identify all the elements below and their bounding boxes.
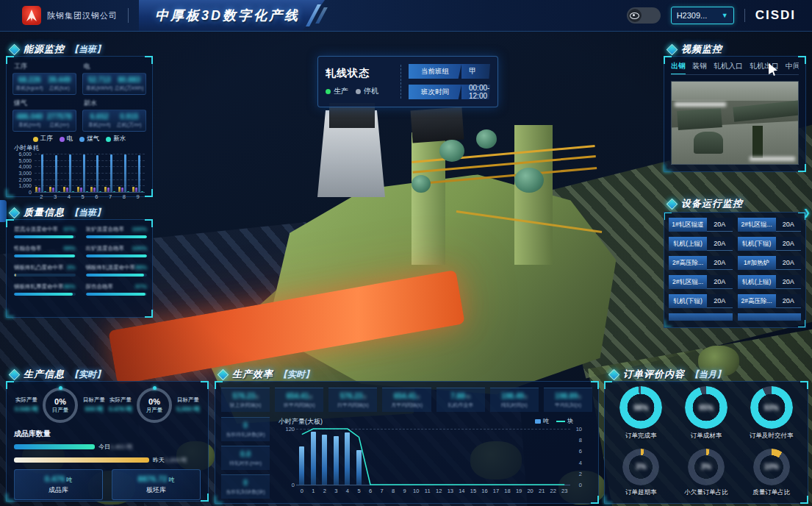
equipment-cell: 轧机(上辊)20A: [669, 237, 733, 251]
diamond-icon: [9, 207, 21, 218]
stat-box: 7.88%轧机作业率: [436, 388, 485, 412]
quality-item: 钢板终轧凸度命中率3%: [14, 264, 76, 277]
equipment-cell: 2#高压除...20A: [669, 256, 733, 270]
toggle-knob[interactable]: [628, 9, 642, 22]
inventory-bar-yesterday: 昨天1,203 吨: [14, 456, 201, 464]
stat-box: 0当班轧制块数(块): [221, 474, 270, 499]
legend-item: 新水: [106, 135, 126, 143]
video-panel: 出钢 装钢 轧机入口 轧机出口 中间冷 电加热: [664, 56, 806, 172]
efficiency-stats-row: 576.23s较上块间隔(s) 654.41s班平均间隔(s) 576.23s日…: [221, 388, 592, 412]
legend-item: 煤气: [79, 135, 99, 143]
equipment-button[interactable]: 1#轧区辊道: [669, 218, 707, 232]
equipment-button[interactable]: 轧机(下辊): [738, 237, 776, 251]
equipment-cell: 2#轧区辊...20A: [669, 275, 733, 289]
energy-hourly-chart: 6,0005,0004,0003,0002,0001,0000 23456789: [12, 154, 146, 202]
top-header: 陕钢集团汉钢公司 中厚板3D数字化产线 H2309... ▼ CISDI: [0, 0, 812, 32]
visibility-toggle[interactable]: [627, 7, 661, 24]
diamond-icon: [218, 368, 229, 380]
stat-box: 654.41s月平均间隔(s): [382, 388, 431, 412]
video-machinery: [694, 132, 723, 154]
legend-dot: [106, 137, 111, 142]
equipment-button[interactable]: 2#高压除...: [738, 294, 776, 308]
production-panel-title: 生产信息 【实时】: [10, 368, 105, 381]
status-divider: [400, 65, 401, 99]
energy-chart-plot: 23456789: [35, 154, 145, 193]
video-machinery: [677, 108, 722, 130]
video-osd-label: [750, 157, 795, 161]
equipment-current-value: 20A: [776, 256, 802, 270]
equipment-partial-row: [669, 313, 733, 321]
stat-box: 654.41s班平均间隔(s): [275, 388, 323, 412]
energy-panel-title: 能源监控 【当班】: [10, 43, 105, 56]
legend-bar-swatch: [535, 419, 541, 424]
legend-item: 吨: [535, 417, 549, 425]
status-stopped: 停机: [356, 86, 378, 96]
legend-dot: [60, 137, 65, 142]
diamond-icon: [667, 198, 678, 210]
header-divider: [128, 8, 129, 23]
finished-goods-store[interactable]: 0.476吨 成品库: [14, 469, 103, 500]
equipment-current-value: 20A: [707, 294, 733, 308]
tab-camera-tapping[interactable]: 出钢: [671, 61, 686, 71]
inventory-label: 成品库数量: [14, 429, 201, 439]
video-panel-title: 视频监控: [668, 43, 722, 56]
equipment-current-value: 20A: [776, 294, 802, 308]
flame-icon: [26, 10, 37, 21]
energy-chart-legend: 工序 电 煤气 新水: [12, 135, 146, 143]
efficiency-panel-title: 生产效率 【实时】: [219, 368, 314, 381]
status-dot: [356, 89, 361, 94]
efficiency-panel: 576.23s较上块间隔(s) 654.41s班平均间隔(s) 576.23s日…: [215, 381, 599, 504]
slab-store[interactable]: 8876.72吨 板坯库: [112, 469, 201, 500]
video-roof-area: [672, 82, 798, 101]
quality-item: 钢板终轧温度命中率95%: [86, 264, 148, 277]
panel-expander-icon[interactable]: ❯: [803, 207, 811, 218]
equipment-button[interactable]: 轧机(下辊): [669, 294, 707, 308]
equipment-button[interactable]: 轧机(上辊): [669, 237, 707, 251]
energy-group: 工序 68.226单耗(kgce/t) 39.449总耗(tce): [12, 61, 76, 95]
equipment-cell: 轧机(上辊)20A: [738, 275, 802, 289]
tab-camera-intermediate-cooling[interactable]: 中间冷: [786, 61, 799, 71]
equipment-button[interactable]: 2#轧区辊...: [669, 275, 707, 289]
donut-quality-orders: 10% 质量订单占比: [741, 449, 802, 499]
cctv-video-feed[interactable]: [671, 81, 799, 165]
tab-camera-mill-entry[interactable]: 轧机入口: [714, 61, 743, 71]
production-panel: 实际产量0.045 吨 0%日产量 目标产量500 吨 实际产量0.476 吨 …: [6, 381, 209, 502]
equipment-button[interactable]: 轧机(上辊): [738, 275, 776, 289]
shift-team-row: 当前班组 甲: [409, 64, 490, 79]
energy-chart-y-axis: 6,0005,0004,0003,0002,0001,0000: [12, 154, 33, 192]
efficiency-side-stats: 0当班待轧块数(块) 0.0待轧时长(min) 0当班轧制块数(块): [221, 417, 270, 499]
diamond-icon: [9, 43, 21, 55]
dashboard-root: 陕钢集团汉钢公司 中厚板3D数字化产线 H2309... ▼ CISDI 能源监…: [0, 0, 812, 506]
camera-select-value: H2309...: [677, 11, 708, 20]
diamond-icon: [608, 368, 620, 380]
video-camera-tabs: 出钢 装钢 轧机入口 轧机出口 中间冷 电加热: [671, 61, 799, 75]
hourly-output-chart: 小时产量(大板) 吨 块 120010864200123456789101112…: [279, 417, 592, 499]
energy-group: 煤气 486.040单耗(m³/t) 277578总耗(m³): [12, 98, 76, 132]
energy-group: 新水 6.652单耗(m³/t) 0.915总耗(万m³): [82, 98, 146, 132]
company-name: 陕钢集团汉钢公司: [47, 10, 118, 21]
equipment-partial-row: [738, 313, 802, 321]
stat-box: 576.23s日平均间隔(s): [328, 388, 377, 412]
legend-item: 电: [60, 135, 73, 143]
donut-ontime-delivery: 93% 订单及时交付率: [741, 386, 802, 443]
tab-camera-charging[interactable]: 装钢: [692, 61, 707, 71]
legend-item: 工序: [33, 135, 53, 143]
equipment-cell: 2#轧区辊...20A: [738, 218, 802, 232]
donut-shortage-orders: 3% 小欠量订单占比: [676, 449, 737, 499]
diamond-icon: [667, 43, 678, 55]
video-osd-timestamp: [675, 102, 726, 107]
equipment-current-value: 20A: [707, 218, 733, 232]
equipment-cell: 轧机(下辊)20A: [738, 237, 802, 251]
equipment-button[interactable]: 2#高压除...: [669, 256, 707, 270]
camera-select-dropdown[interactable]: H2309... ▼: [671, 7, 734, 24]
equipment-current-value: 20A: [776, 237, 802, 251]
quality-items-grid: 层流冷温度命中率97% 装炉温度合格率100% 性能合格率99% 出炉温度合格率…: [14, 226, 145, 296]
video-machinery: [752, 126, 763, 158]
quality-item: 钢板终轧厚度命中率96%: [14, 283, 76, 296]
equipment-button[interactable]: 1#加热炉: [738, 256, 776, 270]
legend-dot: [79, 137, 85, 142]
stat-box: 198.49s纯轧时间(s): [490, 388, 539, 412]
brand-logo: CISDI: [755, 8, 796, 23]
equipment-button[interactable]: 2#轧区辊...: [738, 218, 776, 232]
daily-output-gauge: 实际产量0.045 吨 0%日产量 目标产量500 吨: [14, 388, 107, 423]
